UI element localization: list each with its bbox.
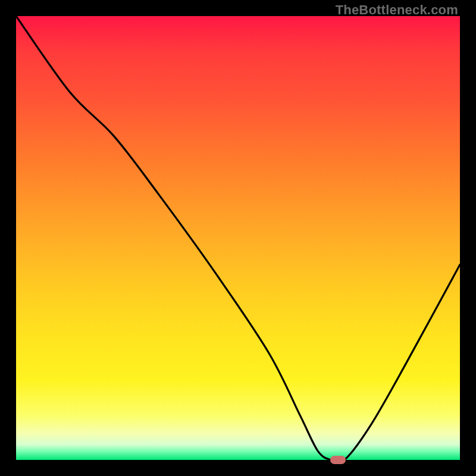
curve-layer xyxy=(16,16,460,460)
chart-frame: TheBottleneck.com xyxy=(0,0,476,476)
curve-path xyxy=(16,16,460,460)
minimum-marker xyxy=(330,456,346,464)
plot-area xyxy=(16,16,460,460)
